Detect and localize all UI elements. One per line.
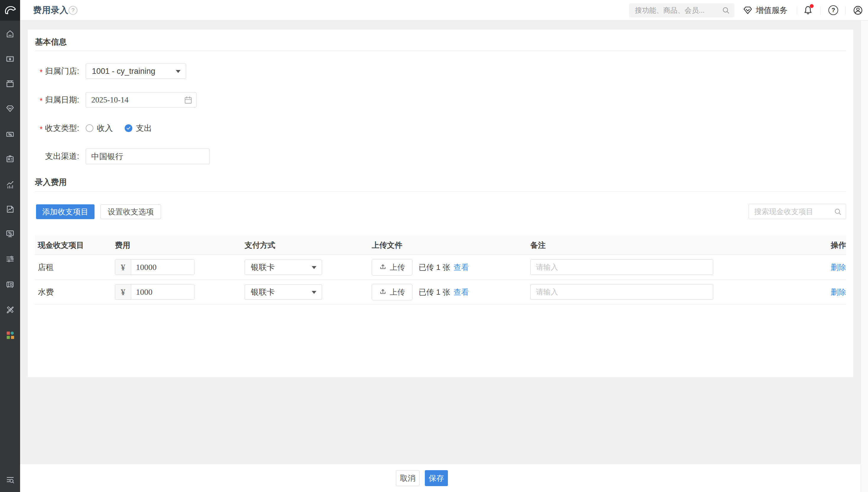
search-icon[interactable]: [834, 208, 842, 216]
type-label: * 收支类型:: [32, 121, 79, 136]
header-divider: [820, 6, 820, 15]
banknote-yen-icon: [6, 54, 15, 63]
notification-dot: [810, 4, 814, 8]
upload-button[interactable]: 上传: [372, 284, 412, 300]
channel-input[interactable]: [86, 149, 210, 164]
sidebar-item-staff[interactable]: [5, 154, 15, 164]
top-header: 费用录入 ? 增值服务 ?: [0, 0, 868, 21]
upload-button[interactable]: 上传: [372, 259, 412, 275]
sidebar-item-marketing[interactable]: [5, 129, 15, 139]
amount-input[interactable]: [131, 260, 194, 275]
radio-income-unchecked[interactable]: [86, 124, 93, 132]
edit-tools-icon: [6, 305, 15, 314]
required-mark: *: [40, 125, 43, 134]
cancel-button[interactable]: 取消: [396, 470, 419, 486]
payment-select[interactable]: 银联卡: [245, 285, 322, 300]
header-divider: [845, 6, 846, 15]
amount-field: ¥: [115, 259, 194, 275]
col-amount-header: 费用: [115, 236, 130, 255]
gem-badge-icon: [743, 5, 753, 15]
coupon-percent-icon: [6, 129, 15, 138]
upload-button-label: 上传: [390, 262, 405, 273]
page-title: 费用录入: [33, 0, 69, 21]
table-search-input[interactable]: [749, 204, 846, 219]
sidebar-item-settings[interactable]: [5, 254, 15, 264]
col-remark-header: 备注: [530, 236, 546, 255]
delete-link[interactable]: 删除: [831, 262, 846, 273]
payment-select[interactable]: 银联卡: [245, 260, 322, 275]
action-footer: 取消 保存: [20, 464, 868, 492]
remark-input[interactable]: [530, 284, 713, 300]
left-sidebar: [0, 21, 20, 492]
check-icon: [126, 125, 131, 131]
view-link[interactable]: 查看: [454, 287, 469, 297]
global-search-input[interactable]: [629, 3, 734, 18]
uploaded-count: 已传 1 张: [419, 255, 450, 280]
add-item-button[interactable]: 添加收支项目: [36, 204, 95, 219]
col-item-header: 现金收支项目: [38, 236, 84, 255]
value-added-service[interactable]: 增值服务: [743, 0, 788, 21]
app-logo[interactable]: [0, 0, 20, 21]
sidebar-item-search-menu[interactable]: [5, 475, 15, 485]
notification-bell[interactable]: [803, 5, 813, 16]
payment-select-value: 银联卡: [251, 287, 275, 297]
section-divider: [35, 191, 846, 192]
channel-label: 支出渠道:: [32, 149, 79, 164]
sidebar-item-products[interactable]: [5, 79, 15, 88]
basic-info-title: 基本信息: [35, 36, 67, 47]
radio-expense-label[interactable]: 支出: [136, 123, 152, 133]
delete-link-wrap: 删除: [831, 280, 846, 304]
radio-expense-checked[interactable]: [125, 124, 132, 132]
delete-link-wrap: 删除: [831, 255, 846, 280]
sidebar-item-membership[interactable]: [5, 104, 15, 113]
currency-symbol: ¥: [115, 260, 131, 275]
uploaded-count: 已传 1 张: [419, 280, 450, 304]
currency-symbol: ¥: [115, 285, 131, 299]
col-action-header: 操作: [831, 236, 846, 255]
amount-field: ¥: [115, 284, 194, 300]
sidebar-item-apps-grid[interactable]: [5, 330, 15, 340]
search-menu-icon: [6, 475, 15, 484]
chevron-down-icon: [312, 291, 316, 294]
save-button[interactable]: 保存: [425, 470, 448, 486]
title-help-icon[interactable]: ?: [69, 6, 77, 15]
store-label: * 归属门店:: [32, 64, 79, 79]
remark-input[interactable]: [530, 259, 713, 275]
user-account[interactable]: [853, 5, 863, 16]
required-mark: *: [40, 68, 43, 77]
set-options-button[interactable]: 设置收支选项: [100, 204, 161, 219]
header-divider: [797, 6, 797, 15]
expense-form-card: 基本信息 * 归属门店: 1001 - cy_training * 归属日期: …: [28, 29, 853, 377]
sidebar-item-finance[interactable]: [5, 54, 15, 64]
sidebar-item-reports[interactable]: [5, 204, 15, 214]
home-icon: [6, 29, 15, 38]
upload-icon: [379, 264, 387, 271]
gem-icon: [6, 104, 15, 113]
scrollbar-track[interactable]: [861, 21, 868, 492]
sidebar-item-design-tools[interactable]: [5, 305, 15, 315]
user-avatar-icon: [853, 5, 863, 15]
store-select[interactable]: 1001 - cy_training: [86, 64, 186, 79]
help-icon[interactable]: ?: [828, 5, 838, 15]
upload-icon: [379, 288, 387, 296]
sidebar-item-cash-drawer[interactable]: [5, 280, 15, 289]
date-input[interactable]: [86, 92, 196, 107]
view-link[interactable]: 查看: [454, 262, 469, 273]
sidebar-item-statistics[interactable]: [5, 180, 15, 190]
sidebar-item-screen-data[interactable]: [5, 229, 15, 238]
col-payment-header: 支付方式: [245, 236, 275, 255]
global-search: [629, 3, 734, 18]
cash-drawer-icon: [6, 280, 15, 289]
amount-input[interactable]: [131, 285, 194, 299]
table-search: [749, 204, 846, 219]
sidebar-item-home[interactable]: [5, 29, 15, 39]
delete-link[interactable]: 删除: [831, 287, 846, 297]
id-badge-icon: [6, 154, 15, 163]
monitor-percent-icon: [6, 229, 15, 238]
radio-income-label[interactable]: 收入: [97, 123, 113, 133]
line-chart-icon: [6, 180, 15, 189]
item-name: 店租: [38, 255, 54, 280]
search-icon[interactable]: [722, 6, 730, 14]
package-box-icon: [6, 79, 15, 88]
report-page-icon: [6, 205, 15, 214]
